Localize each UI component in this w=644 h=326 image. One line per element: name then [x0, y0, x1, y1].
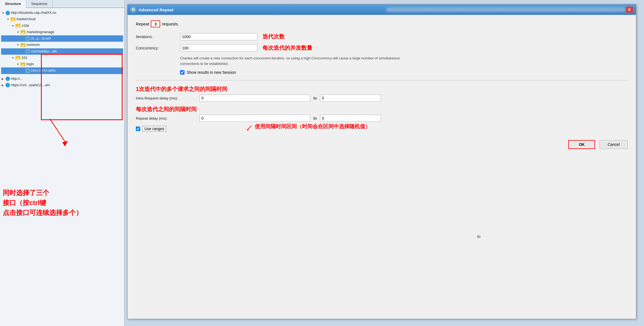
folder-icon: 📁 — [15, 24, 20, 28]
tree-arrow: ▼ — [17, 30, 20, 35]
folder-icon: 📁 — [15, 56, 20, 60]
close-button[interactable]: ✕ — [625, 7, 633, 13]
intra-request-annotation: 1次迭代中的多个请求之间的间隔时间 — [136, 85, 628, 93]
repeat-delay-to-label: to — [313, 116, 317, 120]
tree-arrow: ▶ — [2, 77, 6, 81]
tab-structure[interactable]: Structure — [0, 0, 26, 8]
folder-icon: 📁 — [11, 17, 15, 21]
concurrency-input[interactable] — [180, 44, 258, 52]
tree-file1[interactable]: ⓪ m...p...nt.ash — [1, 35, 123, 42]
file-icon: ⓪ — [25, 36, 30, 41]
annotation-arrow — [246, 125, 252, 133]
repeat-number[interactable]: 3 — [151, 20, 160, 27]
folder-v10e-label: v10e — [22, 23, 29, 29]
tree-file3[interactable]: ⓪ cre:t.c=r1n.ashx — [1, 67, 123, 74]
separator — [136, 80, 628, 80]
tree-root3[interactable]: ▶ 🌐 https://crd...rparle1X...am — [1, 82, 123, 88]
folder-101-label: 101 — [22, 55, 27, 61]
folder-common-label: common — [27, 42, 40, 48]
description-text: Charles will create a new connection for… — [180, 56, 401, 66]
repeat-delay-annotation: 每次迭代之间的间隔时间 — [136, 106, 628, 113]
tree-arrow: ▼ — [17, 43, 20, 47]
use-ranges-row: Use ranges 使用间隔时间区间（时间会在区间中选择随机值） — [136, 126, 628, 132]
concurrency-label: Concurrency: — [136, 46, 180, 50]
tree-arrow: ▶ — [2, 83, 6, 88]
tree-root1[interactable]: ▼ 🌐 http://doulerdu.cap.chalXX.co — [1, 10, 123, 16]
svg-line-2 — [247, 126, 251, 130]
concurrency-row: Concurrency: 每次迭代的并发数量 — [136, 44, 628, 52]
repeat-header: Repeat 3 requests. — [136, 20, 628, 27]
show-results-label: Show results in new Session — [187, 70, 236, 75]
intra-request-from-input[interactable] — [199, 94, 310, 102]
tree-folder-v10e[interactable]: ▼ 📁 v10e — [1, 23, 123, 29]
tree-folder-marketingmanage[interactable]: ▼ 📁 marketingmanage — [1, 29, 123, 35]
use-ranges-checkbox[interactable] — [136, 127, 140, 131]
tree: ▼ 🌐 http://doulerdu.cap.chalXX.co ▼ 📁 tr… — [0, 8, 124, 90]
tree-folder-101[interactable]: ▼ 📁 101 — [1, 55, 123, 61]
left-panel: Structure Sequence ▼ 🌐 http://doulerdu.c… — [0, 0, 124, 326]
tree-arrow: ▼ — [2, 10, 6, 15]
svg-line-0 — [50, 119, 66, 144]
titlebar-blur — [386, 7, 625, 12]
svg-marker-1 — [62, 141, 68, 146]
intra-request-to-label: to — [313, 96, 317, 100]
iterations-label: Iterations: — [136, 35, 180, 39]
file1-label: m...p...nt.ash — [31, 36, 51, 41]
dialog-buttons: OK Cancel — [136, 140, 628, 149]
left-annotation: 同时选择了三个 接口（按ctrl键 点击接口可连续选择多个） — [3, 188, 82, 218]
tree-arrow: ▼ — [12, 23, 15, 28]
dialog-titlebar: 🔄 Advanced Repeat ✕ — [128, 4, 636, 15]
folder-icon: 📁 — [20, 30, 25, 34]
tree-arrow: ▼ — [7, 17, 11, 22]
intra-request-row: Intra-Request delay (ms): to — [136, 94, 628, 102]
iterations-input[interactable] — [180, 33, 258, 40]
repeat-prefix: Repeat — [136, 22, 149, 26]
globe-icon: 🌐 — [6, 83, 10, 87]
repeat-delay-row: Repeat delay (ms): to — [136, 115, 628, 122]
tree-folder-common[interactable]: ▼ 📁 common — [1, 42, 123, 48]
folder-icon: 📁 — [20, 62, 25, 66]
tree-folder-login[interactable]: ▼ 📁 login — [1, 61, 123, 67]
intra-request-to-input[interactable] — [320, 94, 381, 102]
tree-file2[interactable]: ⓪ GetViewBar...ath. — [1, 48, 123, 55]
globe-icon: 🌐 — [6, 77, 10, 81]
use-ranges-label: Use ranges — [142, 126, 166, 132]
iterations-annotation: 迭代次数 — [263, 33, 285, 40]
cancel-button[interactable]: Cancel — [599, 140, 628, 149]
tab-bar: Structure Sequence — [0, 0, 124, 8]
folder-marketingmanage-label: marketingmanage — [27, 29, 54, 35]
tree-root3-label: https://crd...rparle1X...am — [11, 82, 50, 88]
dialog-title-icon: 🔄 — [130, 7, 136, 13]
show-results-checkbox[interactable] — [180, 70, 185, 75]
concurrency-annotation: 每次迭代的并发数量 — [263, 44, 312, 52]
file-icon: ⓪ — [25, 49, 30, 54]
tree-arrow: ▼ — [12, 56, 15, 60]
repeat-delay-from-input[interactable] — [199, 115, 310, 122]
to-text-annotation: to — [477, 234, 481, 239]
arrow-svg — [22, 111, 72, 199]
tab-sequence[interactable]: Sequence — [26, 0, 53, 7]
tree-arrow: ▼ — [17, 62, 20, 67]
iterations-row: Iterations: 迭代次数 — [136, 33, 628, 40]
file3-label: cre:t.c=r1n.ashx — [31, 68, 56, 73]
tree-root2[interactable]: ▶ 🌐 http://... — [1, 76, 123, 82]
repeat-delay-label: Repeat delay (ms): — [136, 116, 199, 120]
tree-root1-label: http://doulerdu.cap.chalXX.co — [11, 10, 56, 16]
tree-root2-label: http://... — [11, 76, 23, 82]
globe-icon: 🌐 — [6, 11, 10, 15]
dialog-body: Repeat 3 requests. Iterations: 迭代次数 Conc… — [128, 15, 636, 154]
folder-trackercloud-label: trackercloud — [17, 16, 35, 22]
file-icon: ⓪ — [25, 69, 30, 73]
use-ranges-annotation: 使用间隔时间区间（时间会在区间中选择随机值） — [252, 123, 390, 130]
advanced-repeat-dialog: 🔄 Advanced Repeat ✕ Repeat 3 requests. I… — [127, 4, 636, 319]
ok-button[interactable]: OK — [568, 140, 595, 149]
repeat-delay-to-input[interactable] — [320, 115, 381, 122]
tree-folder-trackercloud[interactable]: ▼ 📁 trackercloud — [1, 16, 123, 22]
folder-login-label: login — [27, 61, 34, 67]
file2-label: GetViewBar...ath. — [31, 49, 58, 54]
folder-icon: 📁 — [20, 43, 25, 47]
intra-request-label: Intra-Request delay (ms): — [136, 96, 199, 100]
dialog-title-text: Advanced Repeat — [139, 7, 378, 12]
repeat-suffix: requests. — [162, 22, 179, 26]
show-results-row: Show results in new Session — [180, 70, 628, 75]
